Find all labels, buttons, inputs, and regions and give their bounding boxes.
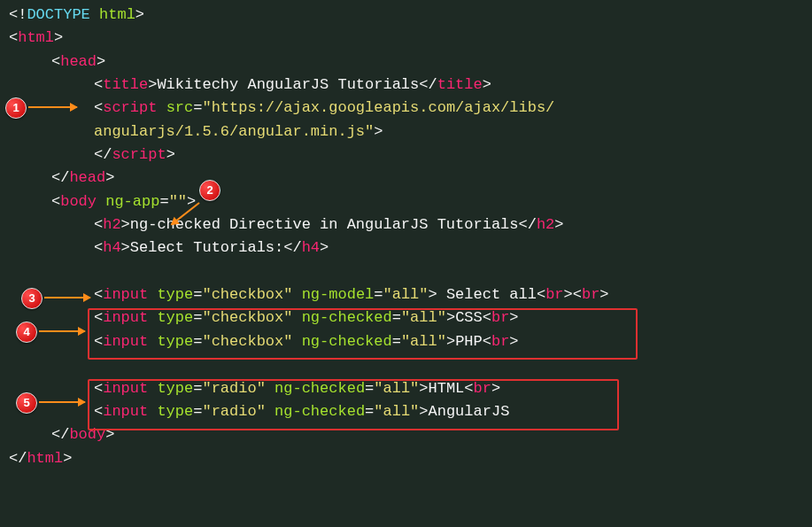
code-line: <h4>Select Tutorials:</h4> <box>9 236 803 260</box>
callout-4: 4 <box>16 322 37 343</box>
highlight-box <box>88 308 638 360</box>
code-line: <head> <box>9 50 803 74</box>
code-line: angularjs/1.5.6/angular.min.js"> <box>9 120 803 143</box>
blank-line <box>9 260 803 283</box>
arrow-icon <box>39 330 85 332</box>
callout-2: 2 <box>199 180 220 201</box>
callout-5: 5 <box>16 392 37 414</box>
code-line: <body ng-app=""> <box>9 190 803 213</box>
code-line: <!DOCTYPE html> <box>9 4 803 27</box>
code-line: </head> <box>9 167 803 190</box>
code-line: <script src="https://ajax.googleapis.com… <box>9 97 803 120</box>
code-line: </html> <box>9 447 803 470</box>
callout-1: 1 <box>5 97 27 119</box>
arrow-icon <box>39 401 85 403</box>
arrow-icon <box>44 297 90 298</box>
code-line: <html> <box>9 27 803 50</box>
code-line: <h2>ng-checked Directive in AngularJS Tu… <box>9 213 803 236</box>
highlight-box <box>88 379 619 430</box>
callout-3: 3 <box>21 288 43 309</box>
code-line: <input type="checkbox" ng-model="all"> S… <box>9 283 803 306</box>
code-line: </script> <box>9 143 803 167</box>
code-line: <title>Wikitechy AngularJS Tutorials</ti… <box>9 74 803 97</box>
arrow-icon <box>28 106 77 108</box>
